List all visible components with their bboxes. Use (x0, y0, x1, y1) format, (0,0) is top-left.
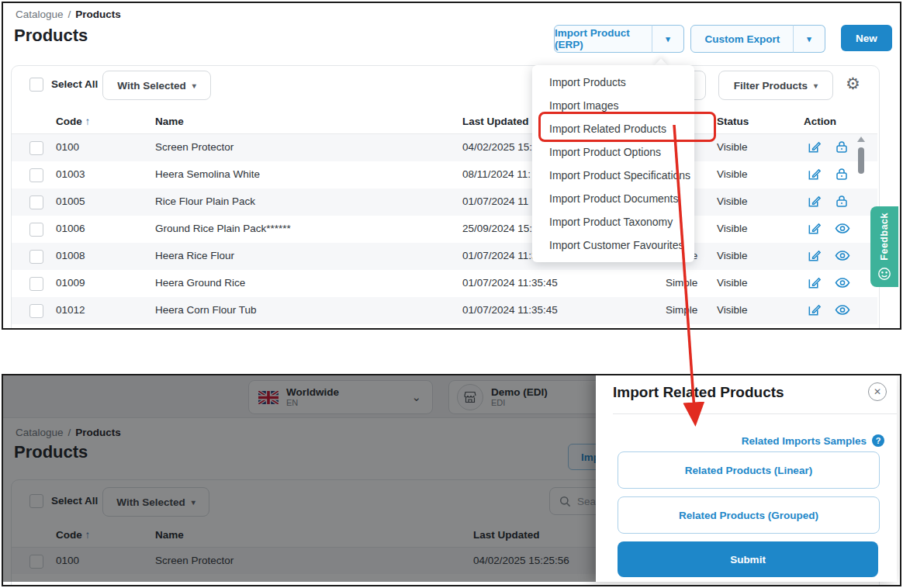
close-icon[interactable]: ✕ (868, 382, 887, 401)
cell-status: Visible (717, 168, 748, 180)
edit-icon[interactable] (807, 194, 822, 209)
menu-item-import-product-specifications[interactable]: Import Product Specifications (532, 164, 694, 187)
edit-icon[interactable] (807, 248, 822, 263)
edit-icon[interactable] (807, 167, 822, 182)
row-checkbox[interactable] (29, 223, 43, 237)
row-checkbox[interactable] (29, 250, 43, 264)
related-imports-samples-row: Related Imports Samples ? (742, 434, 884, 447)
table-row[interactable] (12, 270, 877, 297)
edit-icon[interactable] (807, 275, 822, 290)
breadcrumb-catalogue[interactable]: Catalogue (16, 9, 64, 20)
select-all-checkbox[interactable] (29, 78, 43, 92)
lock-icon[interactable] (835, 194, 849, 209)
scrollbar-thumb[interactable] (858, 147, 864, 174)
caret-down-icon: ▾ (807, 34, 811, 44)
cell-code: 01009 (56, 277, 85, 289)
cell-name: Rice Flour Plain Pack (155, 195, 255, 207)
menu-item-import-product-taxonomy[interactable]: Import Product Taxonomy (532, 210, 694, 233)
row-checkbox[interactable] (29, 304, 43, 318)
edit-icon[interactable] (807, 221, 822, 236)
cell-name: Heera Ground Rice (155, 277, 245, 289)
menu-item-import-products[interactable]: Import Products (532, 71, 694, 94)
cell-name: Heera Semolina White (155, 168, 260, 180)
import-product-erp-caret-button[interactable]: ▾ (652, 25, 684, 53)
cell-code: 01012 (56, 304, 85, 316)
column-header-last-updated[interactable]: Last Updated (462, 116, 529, 127)
cell-name: Heera Corn Flour Tub (155, 304, 257, 316)
caret-down-icon: ▾ (666, 34, 670, 44)
cell-code: 01005 (56, 195, 85, 207)
table-row[interactable] (12, 189, 877, 216)
cell-name: Screen Protector (155, 141, 234, 153)
table-row[interactable] (12, 297, 877, 324)
import-product-erp-button[interactable]: Import Product (ERP) (554, 25, 653, 53)
products-page-screenshot: Catalogue/Products Products Import Produ… (2, 2, 901, 330)
filter-products-label: Filter Products (734, 80, 808, 92)
new-button[interactable]: New (841, 25, 892, 51)
scrollbar-up-arrow[interactable] (857, 137, 865, 142)
cell-status: Visible (717, 277, 748, 289)
modal-divider (613, 413, 897, 414)
column-header-code[interactable]: Code ↑ (56, 116, 90, 127)
menu-item-import-product-options[interactable]: Import Product Options (532, 140, 694, 164)
products-page-dimmed-screenshot: Worldwide EN ⌄ Demo (EDI) EDI Catalogue/… (2, 374, 901, 586)
row-checkbox[interactable] (29, 141, 43, 155)
cell-status: Visible (717, 304, 748, 316)
menu-item-import-product-documents[interactable]: Import Product Documents (532, 187, 694, 210)
column-header-status: Status (717, 116, 749, 127)
edit-icon[interactable] (807, 303, 822, 317)
with-selected-label: With Selected (117, 80, 185, 92)
modal-title: Import Related Products (613, 384, 784, 401)
page-title: Products (14, 26, 88, 46)
cell-code: 0100 (56, 141, 79, 153)
eye-icon[interactable] (835, 303, 850, 317)
row-checkbox[interactable] (29, 195, 43, 209)
cell-name: Heera Rice Flour (155, 250, 234, 261)
filter-products-dropdown[interactable]: Filter Products ▾ (718, 71, 833, 100)
feedback-label: Feedback (879, 213, 890, 261)
column-header-action: Action (804, 116, 836, 127)
custom-export-button[interactable]: Custom Export (690, 25, 794, 53)
eye-icon[interactable] (835, 275, 850, 290)
cell-status: Visible (717, 195, 748, 207)
breadcrumb: Catalogue/Products (16, 9, 121, 20)
row-checkbox[interactable] (29, 168, 43, 182)
eye-icon[interactable] (835, 248, 850, 263)
submit-button[interactable]: Submit (618, 541, 878, 577)
feedback-tab[interactable]: Feedback (870, 206, 898, 287)
cell-last-updated: 01/07/2024 11 (462, 195, 528, 207)
edit-icon[interactable] (807, 140, 822, 154)
cell-last-updated: 04/02/2025 15: (462, 141, 532, 153)
related-products-linear-button[interactable]: Related Products (Linear) (618, 451, 880, 489)
custom-export-caret-button[interactable]: ▾ (793, 25, 825, 53)
menu-item-import-customer-favourites[interactable]: Import Customer Favourites (532, 233, 694, 257)
with-selected-dropdown[interactable]: With Selected ▾ (102, 71, 211, 100)
cell-last-updated: 01/07/2024 11:35:45 (462, 277, 558, 289)
lock-icon[interactable] (835, 140, 849, 154)
lock-icon[interactable] (835, 167, 849, 182)
cell-type: Simple (666, 277, 697, 289)
cell-last-updated: 25/09/2024 15: (462, 223, 532, 234)
breadcrumb-products[interactable]: Products (75, 9, 121, 20)
caret-down-icon: ▾ (814, 81, 818, 90)
cell-code: 01003 (56, 168, 85, 180)
table-row[interactable] (12, 161, 877, 189)
question-icon[interactable]: ? (872, 434, 884, 447)
related-imports-samples-link[interactable]: Related Imports Samples (742, 435, 867, 447)
sort-ascending-icon: ↑ (85, 116, 91, 127)
select-all-label: Select All (51, 78, 98, 90)
table-row[interactable] (12, 134, 877, 161)
row-checkbox[interactable] (29, 277, 43, 291)
table-row[interactable] (12, 243, 877, 270)
eye-icon[interactable] (835, 221, 850, 236)
cell-status: Visible (717, 250, 748, 261)
column-header-name[interactable]: Name (155, 116, 184, 127)
cell-type: Simple (666, 304, 697, 316)
vertical-scrollbar[interactable] (856, 137, 866, 326)
cell-status: Visible (717, 223, 748, 234)
table-row[interactable] (12, 216, 877, 243)
related-products-grouped-button[interactable]: Related Products (Grouped) (618, 496, 880, 534)
cell-code: 01008 (56, 250, 85, 261)
gear-icon[interactable]: ⚙ (846, 74, 860, 93)
cell-name: Ground Rice Plain Pack****** (155, 223, 291, 234)
